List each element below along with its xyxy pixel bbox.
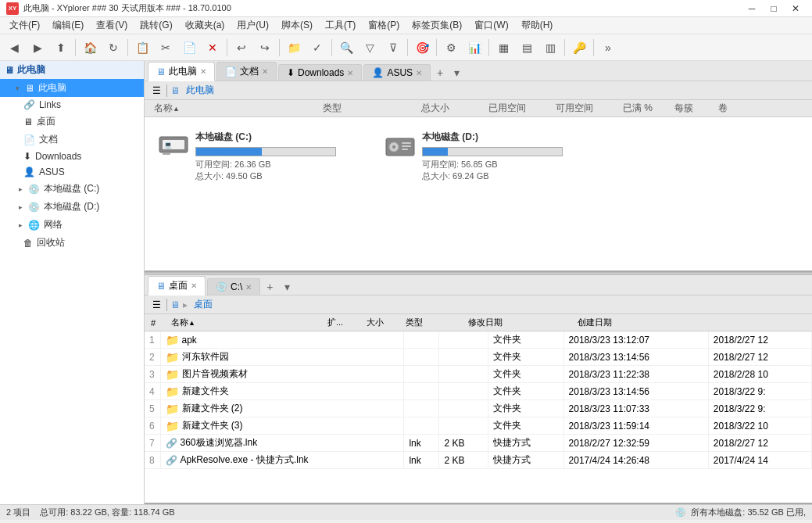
bc-thispc[interactable]: 此电脑 bbox=[183, 83, 217, 98]
top-tab-thispc[interactable]: 🖥 此电脑 ✕ bbox=[148, 62, 215, 81]
menu-item-u[interactable]: 用户(U) bbox=[231, 17, 275, 34]
tb-home-button[interactable]: 🏠 bbox=[79, 37, 101, 59]
sidebar-item-network[interactable]: ▸ 🌐 网络 bbox=[0, 216, 144, 234]
menu-item-b[interactable]: 标签页集(B) bbox=[406, 17, 468, 34]
maximize-button[interactable]: □ bbox=[764, 2, 784, 16]
top-tab-asus[interactable]: 👤 ASUS ✕ bbox=[363, 64, 431, 81]
bottom-col-modified[interactable]: 修改日期 bbox=[465, 315, 574, 330]
sidebar-item-downloads[interactable]: ⬇ Downloads bbox=[0, 149, 144, 164]
menu-item-w[interactable]: 窗口(W) bbox=[468, 17, 514, 34]
desktop-icon: 🖥 bbox=[23, 116, 33, 127]
bottom-col-name[interactable]: 名称 ▲ bbox=[168, 315, 324, 330]
sidebar-item-diskc[interactable]: ▸ 💿 本地磁盘 (C:) bbox=[0, 180, 144, 198]
table-row[interactable]: 7 🔗 360极速浏览器.lnk lnk 2 KB 快捷方式 2018/2/27… bbox=[145, 435, 812, 452]
tb-view1-button[interactable]: ▦ bbox=[492, 37, 514, 59]
sidebar-header-computer[interactable]: 🖥 此电脑 bbox=[0, 61, 144, 79]
bottom-tab-desktop-close[interactable]: ✕ bbox=[191, 281, 197, 290]
sidebar-item-asus[interactable]: 👤 ASUS bbox=[0, 164, 144, 180]
file-name: 图片音视频素材 bbox=[182, 367, 248, 381]
tb-refresh-button[interactable]: ↻ bbox=[102, 37, 124, 59]
tb-search-button[interactable]: 🔍 bbox=[335, 37, 357, 59]
menu-item-t[interactable]: 工具(T) bbox=[319, 17, 362, 34]
menu-item-s[interactable]: 脚本(S) bbox=[275, 17, 319, 34]
tb-redo-button[interactable]: ↪ bbox=[254, 37, 276, 59]
table-row[interactable]: 5 📁 新建文件夹 (2) 文件夹 2018/3/23 11:07:33 201… bbox=[145, 400, 812, 417]
tb-lock-button[interactable]: 🔑 bbox=[568, 37, 590, 59]
menu-item-h[interactable]: 帮助(H) bbox=[515, 17, 560, 34]
col-cluster[interactable]: 每簇 bbox=[671, 100, 710, 116]
bottom-col-size[interactable]: 大小 bbox=[363, 315, 402, 330]
tb-view2-button[interactable]: ▤ bbox=[516, 37, 538, 59]
tb-chart-button[interactable]: 📊 bbox=[463, 37, 485, 59]
menu-item-p[interactable]: 窗格(P) bbox=[362, 17, 406, 34]
top-tab-asus-close[interactable]: ✕ bbox=[416, 69, 422, 77]
tb-cut-button[interactable]: ✂ bbox=[155, 37, 177, 59]
col-vol[interactable]: 卷 bbox=[715, 100, 754, 116]
table-row[interactable]: 2 📁 河东软件园 文件夹 2018/3/23 13:14:56 2018/2/… bbox=[145, 349, 812, 366]
tb-filter-button[interactable]: ▽ bbox=[359, 37, 381, 59]
sort-arrow-name: ▲ bbox=[173, 105, 180, 113]
pane-menu-icon[interactable]: ☰ bbox=[149, 84, 163, 98]
top-tab-docs[interactable]: 📄 文档 ✕ bbox=[216, 62, 277, 81]
close-button[interactable]: ✕ bbox=[785, 2, 806, 16]
menu-item-e[interactable]: 编辑(E) bbox=[46, 17, 90, 34]
bottom-tab-c[interactable]: 💿 C:\ ✕ bbox=[207, 278, 260, 295]
top-tab-downloads[interactable]: ⬇ Downloads ✕ bbox=[278, 64, 362, 81]
sidebar-item-diskd[interactable]: ▸ 💿 本地磁盘 (D:) bbox=[0, 198, 144, 216]
tb-settings-button[interactable]: ⚙ bbox=[440, 37, 462, 59]
tb-filter2-button[interactable]: ⊽ bbox=[382, 37, 404, 59]
bottom-tab-c-close[interactable]: ✕ bbox=[245, 283, 252, 292]
bottom-col-num[interactable]: # bbox=[148, 317, 168, 329]
table-row[interactable]: 4 📁 新建文件夹 文件夹 2018/3/23 13:14:56 2018/3/… bbox=[145, 383, 812, 400]
top-tab-dropdown[interactable]: ▾ bbox=[449, 65, 464, 81]
col-full-pct[interactable]: 已满 % bbox=[620, 100, 667, 116]
tb-target-button[interactable]: 🎯 bbox=[411, 37, 433, 59]
bc-desktop[interactable]: 桌面 bbox=[191, 297, 216, 312]
table-row[interactable]: 3 📁 图片音视频素材 文件夹 2018/3/23 11:22:38 2018/… bbox=[145, 366, 812, 383]
tb-forward-button[interactable]: ▶ bbox=[27, 37, 48, 59]
tb-check-button[interactable]: ✓ bbox=[306, 37, 328, 59]
top-tab-downloads-close[interactable]: ✕ bbox=[347, 69, 353, 77]
col-total[interactable]: 总大小 bbox=[418, 100, 481, 116]
tb-extra-button[interactable]: » bbox=[597, 37, 619, 59]
col-name[interactable]: 名称 ▲ bbox=[151, 100, 315, 116]
top-tab-docs-close[interactable]: ✕ bbox=[262, 67, 268, 76]
menu-item-a[interactable]: 收藏夹(a) bbox=[179, 17, 231, 34]
table-row[interactable]: 1 📁 apk 文件夹 2018/3/23 13:12:07 2018/2/27… bbox=[145, 331, 812, 349]
tb-newfolder-button[interactable]: 📁 bbox=[283, 37, 305, 59]
tb-view3-button[interactable]: ▥ bbox=[539, 37, 561, 59]
col-free[interactable]: 可用空间 bbox=[553, 100, 615, 116]
col-used[interactable]: 已用空间 bbox=[485, 100, 548, 116]
tb-paste-button[interactable]: 📄 bbox=[178, 37, 200, 59]
bottom-pane-menu-icon[interactable]: ☰ bbox=[149, 298, 163, 312]
bottom-col-ext[interactable]: 扩... bbox=[324, 315, 363, 330]
bottom-tab-desktop-label: 桌面 bbox=[169, 279, 188, 292]
bottom-col-type[interactable]: 类型 bbox=[402, 315, 465, 330]
sidebar-item-trash[interactable]: 🗑 回收站 bbox=[0, 234, 144, 252]
tb-undo-button[interactable]: ↩ bbox=[231, 37, 252, 59]
menu-item-g[interactable]: 跳转(G) bbox=[134, 17, 178, 34]
table-row[interactable]: 6 📁 新建文件夹 (3) 文件夹 2018/3/23 11:59:14 201… bbox=[145, 417, 812, 435]
bottom-col-created[interactable]: 创建日期 bbox=[574, 315, 653, 330]
tb-back-button[interactable]: ◀ bbox=[3, 37, 25, 59]
minimize-button[interactable]: ─ bbox=[742, 2, 762, 16]
bottom-tab-dropdown[interactable]: ▾ bbox=[280, 279, 295, 295]
sidebar-item-desktop[interactable]: 🖥 桌面 bbox=[0, 113, 144, 131]
sidebar-item-thispc[interactable]: ▾ 🖥 此电脑 bbox=[0, 79, 144, 97]
tb-up-button[interactable]: ⬆ bbox=[50, 37, 72, 59]
top-tab-add-button[interactable]: + bbox=[432, 65, 448, 81]
sidebar-item-links[interactable]: 🔗 Links bbox=[0, 97, 144, 113]
tb-delete-button[interactable]: ✕ bbox=[202, 37, 224, 59]
col-type[interactable]: 类型 bbox=[320, 100, 413, 116]
drive-d-item[interactable]: 本地磁盘 (D:) 可用空间: 56.85 GB 总大小: 69.24 GB bbox=[379, 125, 590, 188]
table-row[interactable]: 8 🔗 ApkResolve.exe - 快捷方式.lnk lnk 2 KB 快… bbox=[145, 452, 812, 469]
main-layout: 🖥 此电脑 ▾ 🖥 此电脑 🔗 Links 🖥 桌面 📄 文档 ⬇ bbox=[0, 61, 812, 504]
bottom-tab-desktop[interactable]: 🖥 桌面 ✕ bbox=[148, 276, 206, 296]
bottom-tab-add-button[interactable]: + bbox=[262, 279, 277, 295]
menu-item-v[interactable]: 查看(V) bbox=[90, 17, 134, 34]
top-tab-thispc-close[interactable]: ✕ bbox=[200, 67, 206, 76]
drive-c-item[interactable]: 💻 本地磁盘 (C:) 可用空间: 26.36 GB 总大小: 49.50 GB bbox=[152, 125, 363, 188]
sidebar-item-docs[interactable]: 📄 文档 bbox=[0, 131, 144, 149]
menu-item-f[interactable]: 文件(F) bbox=[3, 17, 46, 34]
tb-copy-button[interactable]: 📋 bbox=[131, 37, 153, 59]
